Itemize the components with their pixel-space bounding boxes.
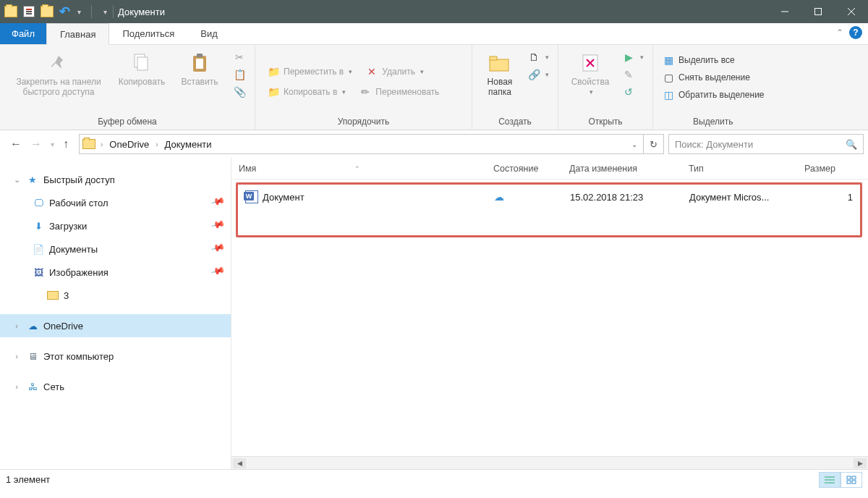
- forward-button[interactable]: →: [27, 136, 45, 152]
- breadcrumb-documents[interactable]: Документи: [162, 139, 215, 150]
- scroll-left-icon[interactable]: ◀: [233, 458, 246, 468]
- svg-rect-15: [847, 476, 851, 479]
- titlebar: ↶ ▾ ▾ Документи: [0, 0, 868, 23]
- cut-button[interactable]: ✂: [231, 49, 247, 65]
- tree-onedrive[interactable]: › ☁ OneDrive: [0, 314, 231, 337]
- move-to-button[interactable]: 📁Переместить в▾: [265, 64, 354, 80]
- copy-path-icon: 📋: [233, 68, 246, 81]
- pin-icon: 📌: [210, 263, 231, 282]
- horizontal-scrollbar[interactable]: ◀ ▶: [231, 456, 868, 469]
- svg-rect-7: [196, 59, 203, 69]
- tree-documents[interactable]: 📄 Документы 📌: [0, 237, 231, 261]
- delete-button[interactable]: ✕Удалить▾: [364, 64, 425, 80]
- back-button[interactable]: ←: [7, 136, 25, 152]
- properties-icon[interactable]: [23, 6, 35, 17]
- copy-button[interactable]: Копировать: [113, 48, 171, 90]
- chevron-right-icon[interactable]: ›: [153, 140, 160, 148]
- help-icon[interactable]: ?: [849, 26, 862, 39]
- paste-label: Вставить: [182, 77, 218, 87]
- nav-arrows: ← → ▾ ↑: [4, 136, 75, 152]
- chevron-right-icon[interactable]: ›: [98, 140, 105, 148]
- pin-icon: 📌: [210, 216, 231, 235]
- maximize-button[interactable]: [801, 0, 835, 23]
- group-organize-label: Упорядочить: [260, 115, 467, 128]
- properties-label: Свойства: [571, 77, 610, 87]
- pin-label: Закрепить на панели быстрого доступа: [16, 77, 101, 97]
- select-none-button[interactable]: ▢Снять выделение: [660, 69, 766, 85]
- details-view-button[interactable]: [819, 472, 841, 488]
- tree-downloads[interactable]: ⬇ Загрузки 📌: [0, 214, 231, 237]
- group-select-label: Выделить: [658, 115, 769, 128]
- rename-button[interactable]: ✏Переименовать: [357, 84, 441, 100]
- easy-access-button[interactable]: 🔗▾: [526, 67, 550, 83]
- refresh-button[interactable]: ↻: [644, 134, 664, 154]
- col-status[interactable]: Состояние: [486, 164, 562, 174]
- paste-button[interactable]: Вставить: [171, 48, 229, 90]
- undo-icon[interactable]: ↶: [59, 4, 70, 20]
- history-button[interactable]: ↺: [621, 84, 645, 100]
- delete-icon: ✕: [365, 65, 378, 78]
- paste-shortcut-icon: 📎: [233, 85, 246, 98]
- col-size[interactable]: Размер: [797, 164, 868, 174]
- tab-view[interactable]: Вид: [187, 23, 231, 44]
- expand-icon[interactable]: ›: [12, 352, 22, 360]
- svg-rect-17: [847, 481, 851, 484]
- new-folder-icon[interactable]: [41, 6, 54, 17]
- file-size: 1: [798, 192, 860, 203]
- col-date[interactable]: Дата изменения: [562, 164, 681, 174]
- file-row[interactable]: Документ ☁ 15.02.2018 21:23 Документ Mic…: [238, 185, 860, 206]
- tab-share[interactable]: Поделиться: [109, 23, 187, 44]
- minimize-button[interactable]: [768, 0, 801, 23]
- copy-icon: [129, 51, 154, 75]
- tree-desktop[interactable]: 🖵 Рабочий стол 📌: [0, 191, 231, 214]
- tree-quick-access[interactable]: ⌄ ★ Быстрый доступ: [0, 168, 231, 191]
- paste-shortcut-button[interactable]: 📎: [231, 84, 247, 100]
- svg-rect-10: [490, 56, 497, 60]
- folder-icon[interactable]: [4, 6, 17, 17]
- copy-to-button[interactable]: 📁Копировать в▾: [265, 84, 347, 100]
- new-item-button[interactable]: 🗋▾: [526, 49, 550, 65]
- qat-dropdown-icon[interactable]: ▾: [77, 8, 81, 16]
- address-dropdown-icon[interactable]: ⌄: [631, 140, 637, 148]
- scroll-right-icon[interactable]: ▶: [854, 458, 867, 468]
- select-all-button[interactable]: ▦Выделить все: [660, 52, 766, 68]
- col-type[interactable]: Тип: [681, 164, 797, 174]
- pin-button[interactable]: Закрепить на панели быстрого доступа: [4, 48, 113, 100]
- item-count: 1 элемент: [6, 474, 50, 485]
- ribbon-tabs: Файл Главная Поделиться Вид ⌃ ?: [0, 23, 868, 45]
- copy-path-button[interactable]: 📋: [231, 67, 247, 83]
- invert-selection-button[interactable]: ◫Обратить выделение: [660, 87, 766, 103]
- col-name[interactable]: Имя⌃: [231, 164, 486, 174]
- qat-overflow-icon[interactable]: ▾: [103, 8, 107, 16]
- up-button[interactable]: ↑: [60, 136, 72, 152]
- recent-locations-button[interactable]: ▾: [48, 139, 57, 150]
- file-type: Документ Micros...: [682, 192, 798, 203]
- cut-icon: ✂: [233, 51, 246, 64]
- tree-folder-3[interactable]: 3: [0, 284, 231, 307]
- tree-this-pc[interactable]: › 🖥 Этот компьютер: [0, 345, 231, 368]
- address-bar[interactable]: › OneDrive › Документи ⌄: [79, 134, 644, 154]
- new-folder-icon: [488, 51, 512, 75]
- open-button[interactable]: ▶▾: [621, 49, 645, 65]
- svg-rect-1: [815, 9, 822, 15]
- collapse-icon[interactable]: ⌄: [12, 175, 22, 185]
- expand-icon[interactable]: ›: [12, 382, 22, 391]
- close-button[interactable]: [835, 0, 868, 23]
- select-all-icon: ▦: [662, 54, 675, 67]
- expand-icon[interactable]: ›: [12, 321, 22, 330]
- breadcrumb-onedrive[interactable]: OneDrive: [106, 139, 152, 150]
- edit-button[interactable]: ✎: [621, 67, 645, 83]
- tab-home[interactable]: Главная: [46, 23, 109, 45]
- tree-network[interactable]: › 🖧 Сеть: [0, 375, 231, 398]
- tab-file[interactable]: Файл: [0, 23, 46, 44]
- tree-pictures[interactable]: 🖼 Изображения 📌: [0, 261, 231, 284]
- search-input[interactable]: Поиск: Документи 🔍: [668, 134, 864, 154]
- collapse-ribbon-icon[interactable]: ⌃: [836, 28, 843, 38]
- statusbar: 1 элемент: [0, 469, 868, 489]
- file-name: Документ: [263, 192, 305, 203]
- thumbnails-view-button[interactable]: [841, 472, 862, 488]
- new-folder-button[interactable]: Новая папка: [477, 48, 523, 100]
- search-placeholder: Поиск: Документи: [675, 139, 753, 150]
- properties-button[interactable]: Свойства ▾: [563, 48, 618, 98]
- properties-icon: [578, 51, 603, 75]
